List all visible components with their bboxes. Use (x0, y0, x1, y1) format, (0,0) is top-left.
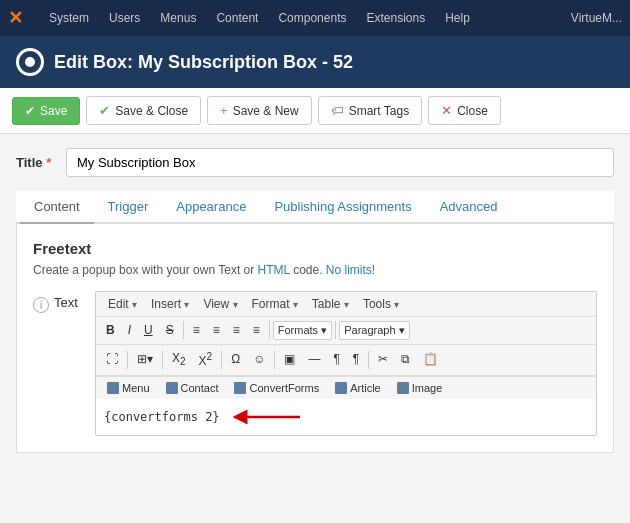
content-area: Title * Content Trigger Appearance Publi… (0, 134, 630, 467)
separator-1 (183, 321, 184, 339)
contact-plugin-button[interactable]: Contact (159, 379, 226, 397)
editor-section: i Text Edit ▾ Insert ▾ View ▾ Format ▾ T… (33, 291, 597, 436)
tag-icon: 🏷 (331, 103, 344, 118)
editor-label-col: i Text (33, 291, 83, 436)
article-plugin-icon (335, 382, 347, 394)
tab-appearance[interactable]: Appearance (162, 191, 260, 224)
nav-components[interactable]: Components (268, 0, 356, 36)
align-right-button[interactable]: ≡ (227, 319, 246, 342)
tab-content-panel: Freetext Create a popup box with your ow… (16, 224, 614, 453)
format-arrow: ▾ (293, 299, 298, 310)
editor-field-label: Text (54, 295, 78, 310)
paragraph-mark-button[interactable]: ¶ (327, 348, 345, 371)
table-arrow: ▾ (344, 299, 349, 310)
contact-plugin-icon (166, 382, 178, 394)
close-button[interactable]: ✕ Close (428, 96, 501, 125)
editor-toolbar-row1: B I U S ≡ ≡ ≡ ≡ Formats ▾ Paragraph ▾ (96, 317, 596, 345)
tab-content[interactable]: Content (20, 191, 94, 224)
editor-content-area[interactable]: {convertforms 2} (96, 399, 596, 435)
copy-button[interactable]: ⧉ (395, 348, 416, 371)
menu-view[interactable]: View ▾ (197, 295, 243, 313)
page-header: Edit Box: My Subscription Box - 52 (0, 36, 630, 88)
save-new-button[interactable]: + Save & New (207, 96, 312, 125)
tools-arrow: ▾ (394, 299, 399, 310)
editor-content-text: {convertforms 2} (104, 410, 220, 424)
save-icon: ✔ (25, 104, 35, 118)
editor-menubar: Edit ▾ Insert ▾ View ▾ Format ▾ Table ▾ … (96, 292, 596, 317)
required-marker: * (46, 155, 51, 170)
image-plugin-button[interactable]: Image (390, 379, 450, 397)
separator-7 (274, 351, 275, 369)
page-title: Edit Box: My Subscription Box - 52 (54, 52, 353, 73)
smart-tags-label: Smart Tags (349, 104, 409, 118)
image-plugin-icon (397, 382, 409, 394)
menu-insert[interactable]: Insert ▾ (145, 295, 195, 313)
editor-toolbar-row2: ⛶ ⊞▾ X2 X2 Ω ☺ ▣ — ¶ ¶ ✂ ⧉ (96, 345, 596, 376)
emoticon-button[interactable]: ☺ (247, 348, 271, 371)
editor-plugin-bar: Menu Contact ConvertForms Article (96, 376, 596, 399)
nav-menus[interactable]: Menus (150, 0, 206, 36)
italic-button[interactable]: I (122, 319, 137, 342)
cut-button[interactable]: ✂ (372, 348, 394, 371)
smart-tags-button[interactable]: 🏷 Smart Tags (318, 96, 422, 125)
save-button[interactable]: ✔ Save (12, 97, 80, 125)
hr-button[interactable]: — (302, 348, 326, 371)
edit-arrow: ▾ (132, 299, 137, 310)
convertforms-plugin-button[interactable]: ConvertForms (227, 379, 326, 397)
nav-help[interactable]: Help (435, 0, 480, 36)
media-button[interactable]: ▣ (278, 348, 301, 371)
menu-edit[interactable]: Edit ▾ (102, 295, 143, 313)
nav-content[interactable]: Content (206, 0, 268, 36)
superscript-button[interactable]: X2 (193, 347, 219, 373)
article-plugin-button[interactable]: Article (328, 379, 388, 397)
table-insert-button[interactable]: ⊞▾ (131, 348, 159, 371)
tab-advanced[interactable]: Advanced (426, 191, 512, 224)
editor-widget: Edit ▾ Insert ▾ View ▾ Format ▾ Table ▾ … (95, 291, 597, 436)
html-link[interactable]: HTML (258, 263, 290, 277)
align-center-button[interactable]: ≡ (207, 319, 226, 342)
underline-button[interactable]: U (138, 319, 159, 342)
separator-3 (335, 321, 336, 339)
freetext-title: Freetext (33, 240, 597, 257)
special-char-button[interactable]: Ω (225, 348, 246, 371)
align-justify-button[interactable]: ≡ (247, 319, 266, 342)
menu-table[interactable]: Table ▾ (306, 295, 355, 313)
title-label: Title * (16, 155, 56, 170)
no-limits-link[interactable]: No limits! (326, 263, 375, 277)
menu-plugin-icon (107, 382, 119, 394)
fullscreen-button[interactable]: ⛶ (100, 348, 124, 371)
nav-system[interactable]: System (39, 0, 99, 36)
joomla-logo: ✕ (8, 7, 23, 29)
subscript-button[interactable]: X2 (166, 347, 192, 372)
paste-button[interactable]: 📋 (417, 348, 444, 371)
red-arrow-annotation (230, 407, 310, 427)
tabs-bar: Content Trigger Appearance Publishing As… (16, 191, 614, 224)
view-arrow: ▾ (233, 299, 238, 310)
tab-publishing-assignments[interactable]: Publishing Assignments (260, 191, 425, 224)
menu-tools[interactable]: Tools ▾ (357, 295, 405, 313)
nav-users[interactable]: Users (99, 0, 150, 36)
save-close-label: Save & Close (115, 104, 188, 118)
x-icon: ✕ (441, 103, 452, 118)
close-label: Close (457, 104, 488, 118)
tab-trigger[interactable]: Trigger (94, 191, 163, 224)
title-input[interactable] (66, 148, 614, 177)
save-label: Save (40, 104, 67, 118)
align-left-button[interactable]: ≡ (187, 319, 206, 342)
save-new-label: Save & New (233, 104, 299, 118)
separator-4 (127, 351, 128, 369)
plus-icon: + (220, 103, 228, 118)
formats-dropdown[interactable]: Formats ▾ (273, 321, 332, 340)
save-close-button[interactable]: ✔ Save & Close (86, 96, 201, 125)
freetext-desc: Create a popup box with your own Text or… (33, 263, 597, 277)
insert-arrow: ▾ (184, 299, 189, 310)
separator-5 (162, 351, 163, 369)
bold-button[interactable]: B (100, 319, 121, 342)
menu-plugin-button[interactable]: Menu (100, 379, 157, 397)
nav-extensions[interactable]: Extensions (356, 0, 435, 36)
info-icon: i (33, 297, 49, 313)
paragraph-dropdown[interactable]: Paragraph ▾ (339, 321, 409, 340)
strikethrough-button[interactable]: S (160, 319, 180, 342)
menu-format[interactable]: Format ▾ (246, 295, 304, 313)
ltr-button[interactable]: ¶ (347, 348, 365, 371)
